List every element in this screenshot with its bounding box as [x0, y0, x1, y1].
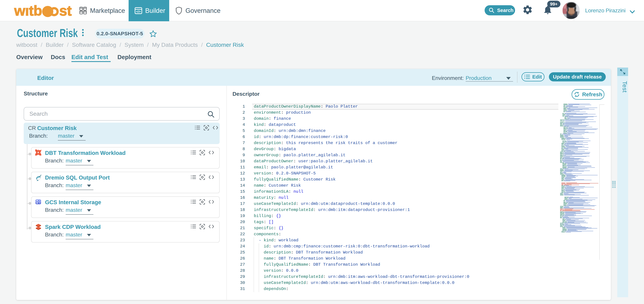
svg-text:</>: </> — [136, 10, 140, 13]
